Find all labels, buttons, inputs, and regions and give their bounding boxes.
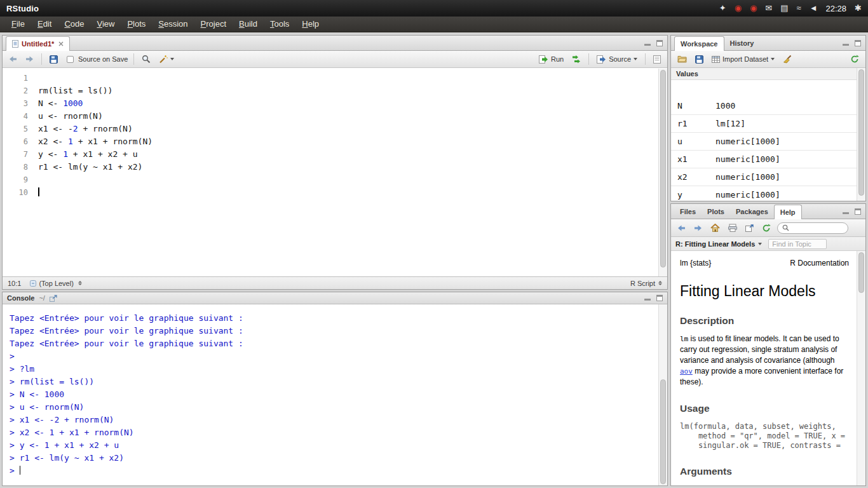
editor-line[interactable]: 5 x1 <- -2 + rnorm(N) — [3, 123, 667, 135]
tab-untitled1[interactable]: Untitled1* — [6, 36, 70, 51]
menu-help[interactable]: Help — [295, 17, 325, 32]
maximize-icon[interactable] — [855, 40, 861, 46]
scrollbar-thumb[interactable] — [858, 252, 864, 293]
editor-code-area[interactable]: 1 2 rm(list = ls()) 3 N <- 1000 — [3, 69, 667, 276]
find-in-topic-input[interactable] — [768, 239, 827, 249]
open-new-window-button[interactable] — [743, 223, 756, 233]
aov-link[interactable]: aov — [680, 367, 693, 376]
minimize-icon[interactable] — [644, 295, 651, 301]
menu-tools[interactable]: Tools — [264, 17, 295, 32]
scrollbar-thumb[interactable] — [660, 379, 666, 484]
workspace-row[interactable]: x1 numeric[1000] — [671, 151, 857, 168]
print-button[interactable] — [726, 222, 739, 233]
clock[interactable]: 22:28 — [826, 4, 847, 13]
help-scrollbar[interactable] — [857, 251, 865, 485]
workspace-row[interactable]: r1 lm[12] — [671, 115, 857, 133]
security-notifier-icon[interactable]: ◉ — [750, 0, 757, 17]
refresh-button[interactable] — [848, 53, 861, 65]
tab-plots[interactable]: Plots — [702, 204, 730, 219]
editor-line[interactable]: 1 — [3, 72, 667, 85]
keyboard-indicator-icon[interactable]: ✦ — [719, 0, 726, 17]
session-menu-icon[interactable]: ✱ — [855, 0, 862, 17]
network-icon[interactable]: ≈ — [797, 0, 801, 17]
maximize-icon[interactable] — [656, 40, 663, 46]
help-search-box[interactable] — [777, 222, 848, 234]
workspace-row[interactable]: u numeric[1000] — [671, 133, 857, 151]
menu-session[interactable]: Session — [152, 17, 194, 32]
console-output[interactable]: Tapez <Entrée> pour voir le graphique su… — [3, 304, 658, 485]
editor-scrollbar[interactable] — [658, 69, 667, 276]
menu-edit[interactable]: Edit — [31, 17, 58, 32]
pane-window-buttons — [644, 40, 663, 46]
save-button[interactable] — [48, 54, 60, 65]
scrollbar-thumb[interactable] — [858, 69, 864, 196]
update-notifier-icon[interactable]: ◉ — [735, 0, 742, 17]
menu-view[interactable]: View — [90, 17, 121, 32]
console-scrollbar[interactable] — [658, 304, 667, 485]
mail-icon[interactable]: ✉ — [765, 0, 772, 17]
maximize-icon[interactable] — [656, 295, 663, 301]
code-tools-button[interactable] — [157, 53, 176, 65]
workspace-row[interactable]: x2 numeric[1000] — [671, 168, 857, 186]
editor-line[interactable]: 4 u <- rnorm(N) — [3, 110, 667, 123]
tab-help[interactable]: Help — [774, 205, 802, 219]
console-header[interactable]: Console ~/ — [3, 292, 667, 304]
tab-packages[interactable]: Packages — [730, 204, 774, 219]
forward-button[interactable] — [24, 54, 36, 64]
usage-heading: Usage — [680, 403, 849, 414]
import-dataset-label: Import Dataset — [722, 55, 768, 63]
tab-workspace[interactable]: Workspace — [674, 36, 724, 51]
chevron-down-icon — [758, 243, 762, 245]
editor-line[interactable]: 7 y <- 1 + x1 + x2 + u — [3, 148, 667, 161]
back-button[interactable] — [7, 54, 19, 64]
editor-line[interactable]: 2 rm(list = ls()) — [3, 85, 667, 97]
editor-line[interactable]: 9 — [3, 173, 667, 186]
minimize-icon[interactable] — [843, 208, 849, 214]
source-on-save-checkbox[interactable] — [67, 56, 74, 63]
menu-build[interactable]: Build — [233, 17, 264, 32]
scope-selector[interactable]: (Top Level) — [30, 280, 81, 287]
maximize-icon[interactable] — [855, 208, 861, 215]
close-icon[interactable] — [58, 41, 64, 46]
help-refresh-button[interactable] — [760, 222, 773, 234]
clear-workspace-button[interactable] — [781, 53, 794, 65]
help-forward-button[interactable] — [692, 223, 704, 233]
file-type-selector[interactable]: R Script — [630, 280, 662, 287]
editor-line[interactable]: 3 N <- 1000 — [3, 97, 667, 110]
tab-files[interactable]: Files — [674, 204, 702, 219]
scrollbar-thumb[interactable] — [660, 70, 666, 268]
compile-notebook-button[interactable] — [651, 54, 663, 65]
object-value: lm[12] — [715, 119, 745, 128]
help-back-button[interactable] — [675, 223, 688, 233]
minimize-icon[interactable] — [843, 40, 849, 46]
save-workspace-button[interactable] — [693, 54, 705, 65]
console-line: Tapez <Entrée> pour voir le graphique su… — [10, 325, 658, 337]
run-button[interactable]: Run — [537, 54, 566, 65]
usage-code-line: method = "qr", model = TRUE, x = — [680, 431, 849, 441]
editor-line[interactable]: 10 — [3, 186, 667, 199]
workspace-row[interactable]: y numeric[1000] — [671, 186, 857, 201]
home-button[interactable] — [709, 222, 722, 233]
open-in-window-icon[interactable] — [50, 295, 57, 302]
menu-plots[interactable]: Plots — [121, 17, 152, 32]
source-button[interactable]: Source — [595, 54, 639, 65]
editor-line[interactable]: 8 r1 <- lm(y ~ x1 + x2) — [3, 161, 667, 173]
rerun-button[interactable] — [570, 53, 583, 65]
usage-code-line: singular.ok = TRUE, contrasts = — [680, 441, 849, 451]
menu-project[interactable]: Project — [194, 17, 233, 32]
help-search-input[interactable] — [792, 224, 843, 232]
battery-icon[interactable]: ▤ — [780, 0, 788, 17]
menu-code[interactable]: Code — [58, 17, 90, 32]
tab-history[interactable]: History — [724, 36, 760, 50]
import-dataset-button[interactable]: Import Dataset — [710, 54, 776, 64]
workspace-row[interactable]: N 1000 — [671, 97, 857, 115]
volume-icon[interactable]: ◄ — [810, 0, 818, 17]
topic-selector[interactable]: R: Fitting Linear Models — [675, 240, 762, 248]
load-workspace-button[interactable] — [675, 54, 689, 64]
editor-line[interactable]: 6 x2 <- 1 + x1 + rnorm(N) — [3, 135, 667, 148]
menu-file[interactable]: File — [5, 17, 31, 32]
console-line: > — [10, 350, 658, 363]
find-replace-button[interactable] — [140, 53, 153, 65]
minimize-icon[interactable] — [644, 40, 651, 46]
workspace-scrollbar[interactable] — [857, 68, 865, 201]
